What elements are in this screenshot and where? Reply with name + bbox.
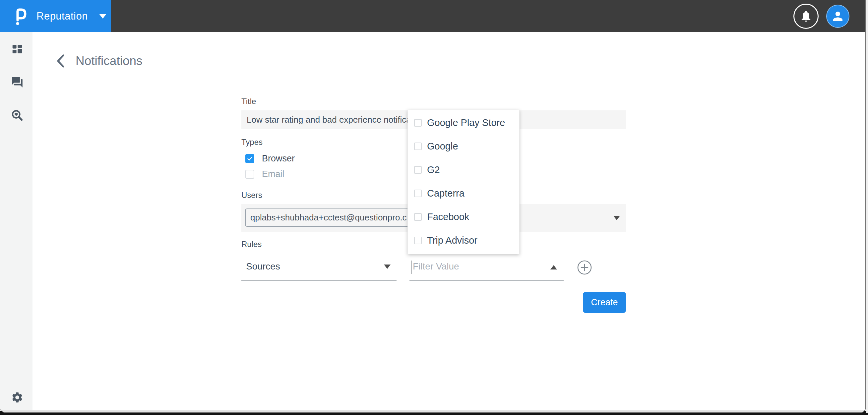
dashboard-icon bbox=[11, 43, 24, 55]
notifications-bell-button[interactable] bbox=[794, 4, 818, 29]
option-checkbox-unchecked bbox=[414, 142, 422, 150]
rules-label: Rules bbox=[241, 240, 261, 249]
top-bar: Reputation bbox=[0, 0, 865, 32]
screenshot-stage: Reputation bbox=[0, 0, 868, 415]
review-search-icon bbox=[11, 109, 24, 122]
dropdown-option-label: Google bbox=[427, 141, 458, 152]
option-checkbox-unchecked bbox=[414, 213, 422, 221]
app-window: Reputation bbox=[0, 0, 866, 413]
dropdown-option-capterra[interactable]: Capterra bbox=[408, 182, 519, 205]
dropdown-option-facebook[interactable]: Facebook bbox=[408, 205, 519, 229]
types-label: Types bbox=[241, 137, 262, 147]
chevron-left-icon bbox=[56, 54, 65, 68]
questionpro-logo-icon bbox=[14, 7, 28, 26]
sidebar-item-dashboard[interactable] bbox=[10, 42, 24, 56]
dropdown-option-google-play-store[interactable]: Google Play Store bbox=[408, 111, 519, 135]
window-edge bbox=[866, 0, 868, 413]
option-checkbox-unchecked bbox=[414, 190, 422, 197]
dropdown-option-label: Trip Advisor bbox=[427, 235, 477, 246]
dropdown-option-g2[interactable]: G2 bbox=[408, 158, 519, 182]
type-option-label: Email bbox=[262, 169, 284, 179]
rule-field-value: Sources bbox=[246, 261, 280, 272]
option-checkbox-unchecked bbox=[414, 166, 422, 174]
main-content: Notifications Title Types Browser Email … bbox=[32, 32, 865, 411]
chevron-down-icon bbox=[99, 14, 106, 19]
sidebar bbox=[0, 32, 32, 411]
create-button[interactable]: Create bbox=[583, 292, 626, 313]
rule-field-select[interactable]: Sources bbox=[241, 253, 397, 281]
chevron-down-icon bbox=[384, 264, 391, 269]
sidebar-item-conversations[interactable] bbox=[10, 75, 24, 89]
bell-icon bbox=[799, 10, 813, 23]
type-option-label: Browser bbox=[262, 154, 295, 164]
chevron-down-icon bbox=[613, 216, 620, 220]
filter-value-control bbox=[409, 253, 564, 281]
horizontal-scrollbar[interactable] bbox=[0, 410, 865, 412]
type-option-browser[interactable]: Browser bbox=[245, 154, 295, 164]
chevron-up-icon bbox=[550, 265, 557, 269]
chat-icon bbox=[11, 76, 24, 89]
option-checkbox-unchecked bbox=[414, 237, 422, 244]
filter-value-input[interactable] bbox=[412, 253, 545, 280]
dropdown-option-label: G2 bbox=[427, 164, 440, 175]
dropdown-option-google[interactable]: Google bbox=[408, 135, 519, 158]
dropdown-option-label: Capterra bbox=[427, 188, 465, 199]
check-icon bbox=[247, 156, 253, 162]
plus-circle-icon bbox=[577, 259, 592, 276]
email-checkbox-unchecked bbox=[245, 170, 254, 179]
browser-checkbox-checked bbox=[245, 154, 254, 163]
sidebar-item-review-search[interactable] bbox=[10, 109, 24, 122]
type-option-email[interactable]: Email bbox=[245, 169, 284, 179]
title-label: Title bbox=[241, 97, 256, 106]
user-avatar-button[interactable] bbox=[826, 5, 849, 28]
dropdown-option-trip-advisor[interactable]: Trip Advisor bbox=[408, 229, 519, 252]
gear-icon bbox=[11, 391, 24, 404]
product-switcher[interactable]: Reputation bbox=[0, 0, 111, 32]
users-label: Users bbox=[241, 191, 262, 200]
back-button[interactable] bbox=[52, 52, 68, 71]
dropdown-option-label: Google Play Store bbox=[427, 117, 505, 128]
page-title: Notifications bbox=[75, 54, 143, 68]
option-checkbox-unchecked bbox=[414, 119, 422, 127]
sources-dropdown: Google Play Store Google G2 Capterra Fac… bbox=[407, 110, 520, 254]
sidebar-item-settings[interactable] bbox=[10, 391, 24, 404]
dropdown-option-label: Facebook bbox=[427, 212, 469, 222]
person-icon bbox=[831, 9, 845, 23]
product-name: Reputation bbox=[36, 10, 88, 22]
text-cursor bbox=[411, 260, 411, 274]
user-chip[interactable]: qplabs+shubhada+cctest@questionpro.c bbox=[245, 209, 433, 227]
add-rule-button[interactable] bbox=[577, 259, 592, 276]
